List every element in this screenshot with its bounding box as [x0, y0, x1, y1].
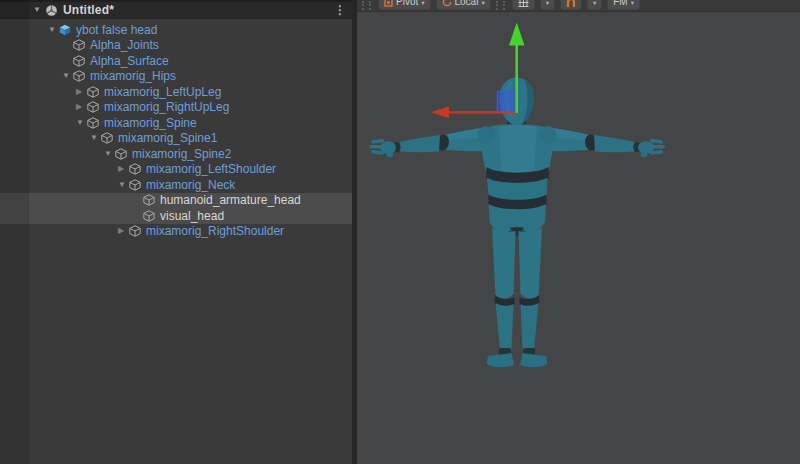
tree-row-label: mixamorig_Hips [90, 70, 176, 82]
tree-row-visual-head[interactable]: visual_head [0, 208, 352, 224]
gameobject-cube-icon [73, 70, 86, 82]
foldout-collapsed-icon[interactable]: ▶ [76, 88, 87, 96]
tree-row-humanoid-armature-head[interactable]: humanoid_armature_head [0, 193, 352, 209]
tree-row-mixamorig-spine[interactable]: ▼mixamorig_Spine [0, 115, 352, 131]
gameobject-cube-icon [87, 101, 100, 113]
hierarchy-scene-header[interactable]: ▼ Untitled* ⋮ [0, 0, 352, 19]
tree-row-label: mixamorig_Spine [104, 117, 197, 129]
scene-title: Untitled* [63, 3, 114, 17]
tree-row-label: mixamorig_RightShoulder [146, 225, 284, 237]
foldout-expanded-icon[interactable]: ▼ [76, 119, 87, 127]
tree-row-label: mixamorig_Neck [146, 179, 235, 191]
unity-scene-icon [45, 4, 59, 17]
foldout-expanded-icon[interactable]: ▼ [62, 72, 73, 80]
tree-row-mixamorig-spine2[interactable]: ▼mixamorig_Spine2 [0, 146, 352, 162]
hierarchy-panel: ▼ Untitled* ⋮ ▼ybot false headAlpha_Join… [0, 0, 352, 464]
tree-row-mixamorig-rightshoulder[interactable]: ▶mixamorig_RightShoulder [0, 224, 352, 240]
gameobject-cube-icon [73, 39, 86, 51]
gameobject-cube-icon [129, 163, 142, 175]
tree-row-mixamorig-rightupleg[interactable]: ▶mixamorig_RightUpLeg [0, 100, 352, 116]
tree-row-label: ybot false head [76, 24, 157, 36]
foldout-expanded-icon[interactable]: ▼ [90, 134, 101, 142]
tree-row-label: mixamorig_LeftUpLeg [104, 86, 221, 98]
tree-row-mixamorig-spine1[interactable]: ▼mixamorig_Spine1 [0, 131, 352, 147]
tree-row-mixamorig-leftshoulder[interactable]: ▶mixamorig_LeftShoulder [0, 162, 352, 178]
tree-row-mixamorig-hips[interactable]: ▼mixamorig_Hips [0, 69, 352, 85]
tree-row-label: visual_head [160, 210, 224, 222]
tree-row-label: humanoid_armature_head [160, 194, 301, 206]
tree-row-ybot-false-head[interactable]: ▼ybot false head [0, 22, 352, 38]
tree-row-label: mixamorig_RightUpLeg [104, 101, 229, 113]
scene-view[interactable]: Pivot▾Local▾▾▾FM▾ [357, 0, 800, 464]
foldout-expanded-icon[interactable]: ▼ [118, 181, 129, 189]
tree-row-alpha-joints[interactable]: Alpha_Joints [0, 38, 352, 54]
gameobject-cube-icon [129, 179, 142, 191]
tree-row-mixamorig-neck[interactable]: ▼mixamorig_Neck [0, 177, 352, 193]
foldout-collapsed-icon[interactable]: ▶ [76, 103, 87, 111]
tree-row-label: Alpha_Joints [90, 39, 159, 51]
prefab-cube-icon [59, 24, 72, 36]
ybot-character[interactable] [369, 78, 665, 368]
character-model[interactable] [357, 0, 800, 464]
gameobject-cube-icon [73, 55, 86, 67]
gameobject-cube-icon [87, 86, 100, 98]
gameobject-cube-icon [143, 194, 156, 206]
scene-foldout-arrow-icon[interactable]: ▼ [33, 6, 45, 14]
foldout-expanded-icon[interactable]: ▼ [48, 26, 59, 34]
gameobject-cube-icon [115, 148, 128, 160]
unity-editor-window: ▼ Untitled* ⋮ ▼ybot false headAlpha_Join… [0, 0, 800, 464]
tree-row-label: mixamorig_LeftShoulder [146, 163, 276, 175]
foldout-collapsed-icon[interactable]: ▶ [118, 227, 129, 235]
tree-row-label: mixamorig_Spine1 [118, 132, 217, 144]
gameobject-cube-icon [129, 225, 142, 237]
gameobject-cube-icon [87, 117, 100, 129]
foldout-expanded-icon[interactable]: ▼ [104, 150, 115, 158]
hierarchy-tree: ▼ybot false headAlpha_JointsAlpha_Surfac… [0, 22, 352, 239]
gameobject-cube-icon [143, 210, 156, 222]
tree-row-label: Alpha_Surface [90, 55, 169, 67]
gameobject-cube-icon [101, 132, 114, 144]
kebab-menu-icon[interactable]: ⋮ [334, 4, 346, 16]
tree-row-alpha-surface[interactable]: Alpha_Surface [0, 53, 352, 69]
tree-row-mixamorig-leftupleg[interactable]: ▶mixamorig_LeftUpLeg [0, 84, 352, 100]
foldout-collapsed-icon[interactable]: ▶ [118, 165, 129, 173]
tree-row-label: mixamorig_Spine2 [132, 148, 231, 160]
